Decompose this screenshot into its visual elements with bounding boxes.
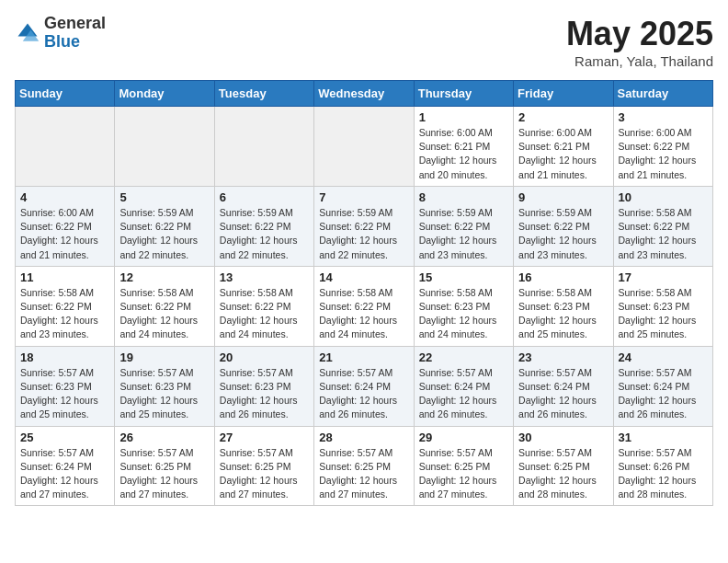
day-number: 3 bbox=[619, 110, 708, 124]
calendar-day-cell: 29Sunrise: 5:57 AM Sunset: 6:25 PM Dayli… bbox=[414, 426, 513, 506]
calendar-week-row: 4Sunrise: 6:00 AM Sunset: 6:22 PM Daylig… bbox=[16, 186, 713, 266]
day-number: 28 bbox=[319, 431, 408, 444]
day-number: 23 bbox=[518, 350, 608, 364]
location: Raman, Yala, Thailand bbox=[566, 53, 713, 69]
day-number: 14 bbox=[319, 270, 408, 284]
calendar-day-cell: 6Sunrise: 5:59 AM Sunset: 6:22 PM Daylig… bbox=[214, 186, 313, 266]
day-info: Sunrise: 5:57 AM Sunset: 6:24 PM Dayligh… bbox=[419, 366, 508, 422]
calendar-day-cell: 28Sunrise: 5:57 AM Sunset: 6:25 PM Dayli… bbox=[314, 426, 414, 506]
day-number: 16 bbox=[518, 270, 608, 284]
day-number: 30 bbox=[518, 431, 608, 444]
day-info: Sunrise: 5:57 AM Sunset: 6:25 PM Dayligh… bbox=[319, 446, 408, 502]
page-header: General Blue May 2025 Raman, Yala, Thail… bbox=[15, 15, 713, 69]
day-number: 10 bbox=[619, 190, 708, 204]
day-of-week-header: Monday bbox=[115, 81, 214, 107]
day-number: 20 bbox=[220, 350, 309, 364]
day-info: Sunrise: 5:57 AM Sunset: 6:25 PM Dayligh… bbox=[419, 446, 508, 502]
day-number: 12 bbox=[119, 270, 209, 284]
day-info: Sunrise: 5:57 AM Sunset: 6:25 PM Dayligh… bbox=[119, 446, 209, 502]
calendar-day-cell: 31Sunrise: 5:57 AM Sunset: 6:26 PM Dayli… bbox=[613, 426, 712, 506]
day-of-week-header: Saturday bbox=[613, 81, 712, 107]
day-number: 9 bbox=[518, 190, 608, 204]
day-number: 7 bbox=[319, 190, 408, 204]
calendar-day-cell: 26Sunrise: 5:57 AM Sunset: 6:25 PM Dayli… bbox=[115, 426, 214, 506]
day-info: Sunrise: 5:57 AM Sunset: 6:23 PM Dayligh… bbox=[20, 366, 109, 422]
day-info: Sunrise: 6:00 AM Sunset: 6:22 PM Dayligh… bbox=[619, 126, 708, 182]
day-info: Sunrise: 6:00 AM Sunset: 6:21 PM Dayligh… bbox=[518, 126, 608, 182]
day-number: 19 bbox=[119, 350, 209, 364]
month-title: May 2025 bbox=[566, 15, 713, 53]
logo-general: General bbox=[44, 15, 106, 33]
day-info: Sunrise: 5:58 AM Sunset: 6:22 PM Dayligh… bbox=[20, 286, 109, 342]
calendar-week-row: 1Sunrise: 6:00 AM Sunset: 6:21 PM Daylig… bbox=[16, 107, 713, 187]
day-of-week-header: Wednesday bbox=[314, 81, 414, 107]
day-info: Sunrise: 5:59 AM Sunset: 6:22 PM Dayligh… bbox=[220, 206, 309, 262]
calendar-day-cell: 22Sunrise: 5:57 AM Sunset: 6:24 PM Dayli… bbox=[414, 346, 513, 426]
calendar-day-cell: 16Sunrise: 5:58 AM Sunset: 6:23 PM Dayli… bbox=[514, 266, 613, 346]
calendar-day-cell: 23Sunrise: 5:57 AM Sunset: 6:24 PM Dayli… bbox=[514, 346, 613, 426]
day-number: 8 bbox=[419, 190, 508, 204]
calendar-day-cell: 7Sunrise: 5:59 AM Sunset: 6:22 PM Daylig… bbox=[314, 186, 414, 266]
logo-icon bbox=[15, 20, 40, 46]
day-of-week-header: Friday bbox=[514, 81, 613, 107]
calendar-day-cell: 13Sunrise: 5:58 AM Sunset: 6:22 PM Dayli… bbox=[214, 266, 313, 346]
day-info: Sunrise: 5:57 AM Sunset: 6:24 PM Dayligh… bbox=[619, 366, 708, 422]
day-number: 6 bbox=[220, 190, 309, 204]
calendar-week-row: 11Sunrise: 5:58 AM Sunset: 6:22 PM Dayli… bbox=[16, 266, 713, 346]
calendar-day-cell: 20Sunrise: 5:57 AM Sunset: 6:23 PM Dayli… bbox=[214, 346, 313, 426]
day-info: Sunrise: 5:57 AM Sunset: 6:26 PM Dayligh… bbox=[619, 446, 708, 502]
day-info: Sunrise: 5:59 AM Sunset: 6:22 PM Dayligh… bbox=[518, 206, 608, 262]
day-info: Sunrise: 5:57 AM Sunset: 6:24 PM Dayligh… bbox=[20, 446, 109, 502]
calendar-day-cell: 11Sunrise: 5:58 AM Sunset: 6:22 PM Dayli… bbox=[16, 266, 115, 346]
day-number: 24 bbox=[619, 350, 708, 364]
day-number: 5 bbox=[119, 190, 209, 204]
day-info: Sunrise: 5:58 AM Sunset: 6:22 PM Dayligh… bbox=[619, 206, 708, 262]
calendar-day-cell: 27Sunrise: 5:57 AM Sunset: 6:25 PM Dayli… bbox=[214, 426, 313, 506]
calendar-table: SundayMondayTuesdayWednesdayThursdayFrid… bbox=[15, 80, 713, 506]
calendar-header-row: SundayMondayTuesdayWednesdayThursdayFrid… bbox=[16, 81, 713, 107]
calendar-day-cell: 3Sunrise: 6:00 AM Sunset: 6:22 PM Daylig… bbox=[613, 107, 712, 187]
day-info: Sunrise: 5:59 AM Sunset: 6:22 PM Dayligh… bbox=[119, 206, 209, 262]
day-number: 17 bbox=[619, 270, 708, 284]
day-number: 25 bbox=[20, 431, 109, 444]
calendar-day-cell: 30Sunrise: 5:57 AM Sunset: 6:25 PM Dayli… bbox=[514, 426, 613, 506]
day-info: Sunrise: 6:00 AM Sunset: 6:21 PM Dayligh… bbox=[419, 126, 508, 182]
logo: General Blue bbox=[15, 15, 106, 52]
day-number: 26 bbox=[119, 431, 209, 444]
day-info: Sunrise: 5:58 AM Sunset: 6:22 PM Dayligh… bbox=[220, 286, 309, 342]
day-number: 31 bbox=[619, 431, 708, 444]
day-number: 21 bbox=[319, 350, 408, 364]
day-number: 11 bbox=[20, 270, 109, 284]
calendar-day-cell bbox=[314, 107, 414, 187]
day-info: Sunrise: 5:58 AM Sunset: 6:23 PM Dayligh… bbox=[619, 286, 708, 342]
day-number: 1 bbox=[419, 110, 508, 124]
calendar-day-cell: 4Sunrise: 6:00 AM Sunset: 6:22 PM Daylig… bbox=[16, 186, 115, 266]
day-info: Sunrise: 5:58 AM Sunset: 6:23 PM Dayligh… bbox=[518, 286, 608, 342]
day-info: Sunrise: 5:59 AM Sunset: 6:22 PM Dayligh… bbox=[319, 206, 408, 262]
day-of-week-header: Thursday bbox=[414, 81, 513, 107]
day-info: Sunrise: 5:57 AM Sunset: 6:25 PM Dayligh… bbox=[220, 446, 309, 502]
day-info: Sunrise: 5:58 AM Sunset: 6:22 PM Dayligh… bbox=[119, 286, 209, 342]
calendar-day-cell bbox=[214, 107, 313, 187]
day-number: 15 bbox=[419, 270, 508, 284]
day-info: Sunrise: 5:57 AM Sunset: 6:25 PM Dayligh… bbox=[518, 446, 608, 502]
day-info: Sunrise: 6:00 AM Sunset: 6:22 PM Dayligh… bbox=[20, 206, 109, 262]
day-info: Sunrise: 5:57 AM Sunset: 6:24 PM Dayligh… bbox=[319, 366, 408, 422]
calendar-day-cell: 8Sunrise: 5:59 AM Sunset: 6:22 PM Daylig… bbox=[414, 186, 513, 266]
calendar-day-cell: 9Sunrise: 5:59 AM Sunset: 6:22 PM Daylig… bbox=[514, 186, 613, 266]
calendar-day-cell bbox=[16, 107, 115, 187]
calendar-day-cell: 15Sunrise: 5:58 AM Sunset: 6:23 PM Dayli… bbox=[414, 266, 513, 346]
title-block: May 2025 Raman, Yala, Thailand bbox=[566, 15, 713, 69]
calendar-day-cell: 18Sunrise: 5:57 AM Sunset: 6:23 PM Dayli… bbox=[16, 346, 115, 426]
day-info: Sunrise: 5:59 AM Sunset: 6:22 PM Dayligh… bbox=[419, 206, 508, 262]
calendar-day-cell: 5Sunrise: 5:59 AM Sunset: 6:22 PM Daylig… bbox=[115, 186, 214, 266]
day-number: 2 bbox=[518, 110, 608, 124]
calendar-week-row: 18Sunrise: 5:57 AM Sunset: 6:23 PM Dayli… bbox=[16, 346, 713, 426]
calendar-day-cell: 24Sunrise: 5:57 AM Sunset: 6:24 PM Dayli… bbox=[613, 346, 712, 426]
calendar-day-cell: 25Sunrise: 5:57 AM Sunset: 6:24 PM Dayli… bbox=[16, 426, 115, 506]
calendar-week-row: 25Sunrise: 5:57 AM Sunset: 6:24 PM Dayli… bbox=[16, 426, 713, 506]
logo-blue: Blue bbox=[44, 33, 106, 52]
day-info: Sunrise: 5:58 AM Sunset: 6:22 PM Dayligh… bbox=[319, 286, 408, 342]
day-info: Sunrise: 5:57 AM Sunset: 6:23 PM Dayligh… bbox=[220, 366, 309, 422]
day-of-week-header: Tuesday bbox=[214, 81, 313, 107]
